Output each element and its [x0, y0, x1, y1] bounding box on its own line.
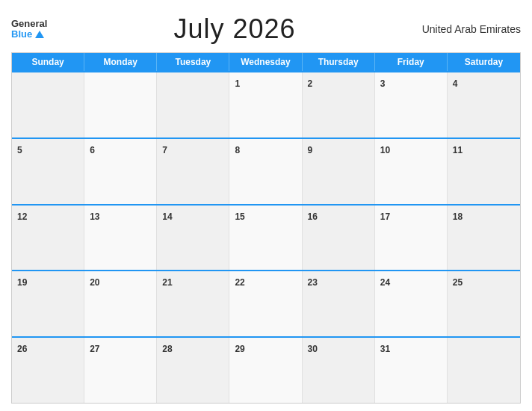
day-cell-28: 28: [157, 338, 229, 403]
day-cell-29: 29: [229, 338, 302, 403]
header-saturday: Saturday: [448, 53, 520, 71]
day-cell-16: 16: [303, 206, 375, 271]
day-cell-23: 23: [303, 271, 375, 336]
day-cell-30: 30: [303, 338, 375, 403]
day-cell-31: 31: [375, 338, 448, 403]
day-cell-5: 5: [12, 139, 84, 204]
logo: General Blue: [11, 19, 47, 40]
day-cell-24: 24: [375, 271, 448, 336]
day-cell-empty: [157, 72, 229, 137]
calendar-container: General Blue July 2026 United Arab Emira…: [0, 0, 532, 411]
week-row-2: 5 6 7 8 9 10 11: [12, 137, 520, 204]
week-row-1: 1 2 3 4: [12, 71, 520, 137]
header-friday: Friday: [375, 53, 448, 71]
day-cell-18: 18: [448, 206, 520, 271]
weeks-container: 1 2 3 4 5 6 7 8 9 10 11 12 13 14 15 16: [12, 71, 520, 403]
day-cell-17: 17: [375, 206, 448, 271]
day-cell-27: 27: [84, 338, 157, 403]
day-cell-14: 14: [157, 206, 229, 271]
day-cell-26: 26: [12, 338, 84, 403]
logo-blue-text: Blue: [11, 29, 47, 40]
day-cell-1: 1: [229, 72, 302, 137]
logo-general-text: General: [11, 19, 47, 29]
day-cell-22: 22: [229, 271, 302, 336]
day-cell-15: 15: [229, 206, 302, 271]
header-tuesday: Tuesday: [157, 53, 229, 71]
day-cell-empty: [12, 72, 84, 137]
day-cell-empty: [84, 72, 157, 137]
header-thursday: Thursday: [303, 53, 375, 71]
month-title: July 2026: [174, 13, 296, 45]
day-cell-11: 11: [448, 139, 520, 204]
day-cell-6: 6: [84, 139, 157, 204]
day-cell-empty: [448, 338, 520, 403]
calendar-grid: Sunday Monday Tuesday Wednesday Thursday…: [11, 52, 521, 404]
calendar-header: General Blue July 2026 United Arab Emira…: [11, 7, 521, 52]
day-cell-4: 4: [448, 72, 520, 137]
week-row-4: 19 20 21 22 23 24 25: [12, 270, 520, 336]
day-cell-25: 25: [448, 271, 520, 336]
day-cell-21: 21: [157, 271, 229, 336]
header-sunday: Sunday: [12, 53, 84, 71]
header-wednesday: Wednesday: [229, 53, 302, 71]
day-headers-row: Sunday Monday Tuesday Wednesday Thursday…: [12, 53, 520, 71]
day-cell-3: 3: [375, 72, 448, 137]
logo-triangle-icon: [35, 31, 44, 38]
day-cell-12: 12: [12, 206, 84, 271]
header-monday: Monday: [84, 53, 157, 71]
day-cell-10: 10: [375, 139, 448, 204]
day-cell-7: 7: [157, 139, 229, 204]
day-cell-2: 2: [303, 72, 375, 137]
country-label: United Arab Emirates: [422, 23, 521, 35]
day-cell-20: 20: [84, 271, 157, 336]
day-cell-9: 9: [303, 139, 375, 204]
day-cell-13: 13: [84, 206, 157, 271]
week-row-3: 12 13 14 15 16 17 18: [12, 204, 520, 271]
day-cell-8: 8: [229, 139, 302, 204]
week-row-5: 26 27 28 29 30 31: [12, 336, 520, 403]
day-cell-19: 19: [12, 271, 84, 336]
